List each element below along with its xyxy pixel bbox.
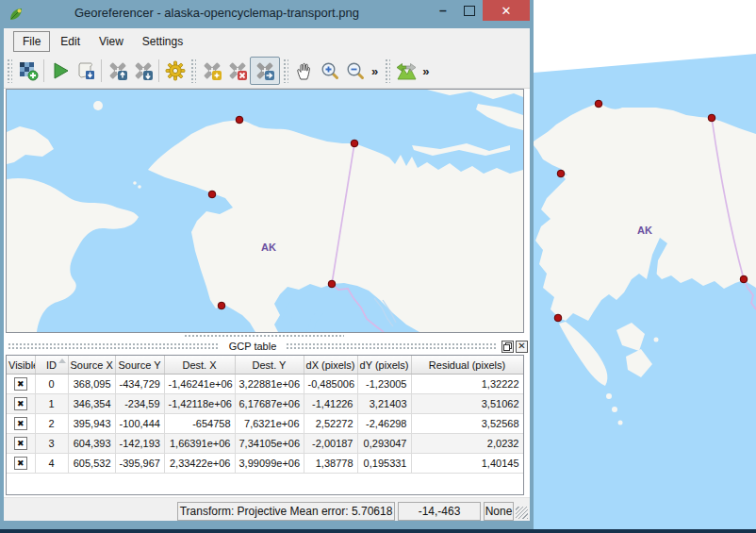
gcp-value-cell[interactable]: 368,095 <box>68 375 115 394</box>
menu-edit[interactable]: Edit <box>52 32 89 51</box>
minimize-button[interactable]: – <box>429 0 457 21</box>
zoom-out-button[interactable] <box>342 58 368 84</box>
toolbar-overflow-chevron-2[interactable]: » <box>419 64 433 78</box>
gcp-point-marker[interactable] <box>351 140 358 147</box>
menu-view[interactable]: View <box>90 32 132 51</box>
gcp-dock-titlebar[interactable]: GCP table ✕ <box>4 339 530 354</box>
georeferencer-map-canvas[interactable]: AK <box>7 90 523 332</box>
gcp-id-cell[interactable]: 0 <box>35 375 68 394</box>
gcp-id-cell[interactable]: 1 <box>35 394 68 414</box>
dock-close-button[interactable]: ✕ <box>516 341 528 353</box>
visible-checkbox[interactable]: ✖ <box>14 437 27 450</box>
gcp-value-cell[interactable]: -142,193 <box>115 434 164 454</box>
gcp-value-cell[interactable]: -1,23005 <box>357 375 411 394</box>
move-gcp-point-button[interactable] <box>250 57 280 85</box>
col-header-dx[interactable]: dX (pixels) <box>304 356 357 375</box>
gcp-point-marker[interactable] <box>557 170 565 177</box>
gcp-value-cell[interactable]: -1,42118e+06 <box>164 394 235 414</box>
qgis-map-canvas[interactable]: AK <box>534 0 756 533</box>
gcp-value-cell[interactable]: -234,59 <box>115 394 164 414</box>
col-header-id[interactable]: ID <box>35 356 68 375</box>
gcp-value-cell[interactable]: -395,967 <box>115 454 164 474</box>
gcp-value-cell[interactable]: 7,34105e+06 <box>235 434 304 454</box>
visible-cell[interactable]: ✖ <box>7 434 35 454</box>
col-header-visible[interactable]: Visible <box>7 356 35 375</box>
gcp-value-cell[interactable]: 2,33422e+06 <box>164 454 235 474</box>
gcp-value-cell[interactable]: 0,293047 <box>357 434 411 454</box>
gcp-value-cell[interactable]: 0,195331 <box>357 454 411 474</box>
save-gcp-points-button[interactable] <box>130 58 156 84</box>
gcp-value-cell[interactable]: 1,32222 <box>411 375 523 394</box>
toolbar-overflow-chevron[interactable]: » <box>368 64 382 78</box>
menu-file[interactable]: File <box>13 31 50 52</box>
gcp-point-marker[interactable] <box>218 302 225 309</box>
gcp-value-cell[interactable]: 395,943 <box>68 414 115 434</box>
gcp-value-cell[interactable]: 2,0232 <box>411 434 523 454</box>
gcp-point-marker[interactable] <box>328 280 336 288</box>
gcp-point-marker[interactable] <box>708 114 715 122</box>
link-georeferencer-button[interactable] <box>393 58 419 84</box>
col-header-source-x[interactable]: Source X <box>68 356 115 375</box>
zoom-in-button[interactable] <box>317 58 342 84</box>
add-point-button[interactable] <box>199 58 224 84</box>
gcp-value-cell[interactable]: 1,66391e+06 <box>164 434 235 454</box>
visible-cell[interactable]: ✖ <box>7 375 35 394</box>
visible-cell[interactable]: ✖ <box>7 454 35 474</box>
gcp-value-cell[interactable]: 3,52568 <box>411 414 523 434</box>
start-georeferencing-button[interactable] <box>47 58 73 84</box>
gcp-value-cell[interactable]: -0,485006 <box>304 375 357 394</box>
gcp-id-cell[interactable]: 2 <box>35 414 68 434</box>
gcp-id-cell[interactable]: 4 <box>35 454 68 474</box>
gcp-value-cell[interactable]: 605,532 <box>68 454 115 474</box>
toolbar-drag-handle[interactable] <box>7 58 12 83</box>
resize-grip[interactable] <box>516 507 528 519</box>
gcp-value-cell[interactable]: -1,41226 <box>304 394 357 414</box>
gcp-value-cell[interactable]: 3,51062 <box>411 394 523 414</box>
gcp-value-cell[interactable]: -2,00187 <box>304 434 357 454</box>
col-header-dy[interactable]: dY (pixels) <box>357 356 411 375</box>
visible-checkbox[interactable]: ✖ <box>14 377 27 391</box>
gcp-value-cell[interactable]: 7,6321e+06 <box>235 414 304 434</box>
gcp-value-cell[interactable]: -2,46298 <box>357 414 411 434</box>
maximize-button[interactable] <box>457 0 482 21</box>
toolbar-drag-handle[interactable] <box>283 58 288 83</box>
gcp-value-cell[interactable]: 346,354 <box>68 394 115 414</box>
load-gcp-points-button[interactable] <box>105 58 130 84</box>
pan-button[interactable] <box>291 58 317 84</box>
gcp-id-cell[interactable]: 3 <box>35 434 68 454</box>
gcp-point-marker[interactable] <box>208 191 216 198</box>
gcp-value-cell[interactable]: 2,52272 <box>304 414 357 434</box>
gcp-value-cell[interactable]: 6,17687e+06 <box>235 394 304 414</box>
transformation-settings-button[interactable] <box>162 58 188 84</box>
delete-point-button[interactable] <box>224 58 250 84</box>
col-header-dest-x[interactable]: Dest. X <box>164 356 235 375</box>
visible-checkbox[interactable]: ✖ <box>14 397 27 410</box>
gcp-value-cell[interactable]: 3,21403 <box>357 394 411 414</box>
gcp-value-cell[interactable]: -100,444 <box>115 414 164 434</box>
open-raster-button[interactable] <box>15 58 41 84</box>
gcp-value-cell[interactable]: 1,40145 <box>411 454 523 474</box>
gcp-value-cell[interactable]: 3,99099e+06 <box>235 454 304 474</box>
menu-settings[interactable]: Settings <box>134 32 191 51</box>
gcp-value-cell[interactable]: 604,393 <box>68 434 115 454</box>
visible-checkbox[interactable]: ✖ <box>14 417 27 430</box>
gdal-script-button[interactable] <box>73 58 98 84</box>
gcp-value-cell[interactable]: -1,46241e+06 <box>164 375 235 394</box>
gcp-value-cell[interactable]: -654758 <box>164 414 235 434</box>
col-header-source-y[interactable]: Source Y <box>115 356 164 375</box>
gcp-point-marker[interactable] <box>740 275 748 283</box>
gcp-value-cell[interactable]: 3,22881e+06 <box>235 375 304 394</box>
col-header-residual[interactable]: Residual (pixels) <box>411 356 523 375</box>
dock-float-button[interactable] <box>501 341 514 353</box>
gcp-point-marker[interactable] <box>595 100 602 108</box>
toolbar-drag-handle[interactable] <box>190 58 196 83</box>
visible-cell[interactable]: ✖ <box>7 394 35 414</box>
gcp-value-cell[interactable]: 1,38778 <box>304 454 357 474</box>
col-header-dest-y[interactable]: Dest. Y <box>235 356 304 375</box>
qgis-main-map-panel[interactable]: AK <box>534 0 756 533</box>
visible-cell[interactable]: ✖ <box>7 414 35 434</box>
close-button[interactable]: ✕ <box>483 0 530 21</box>
gcp-point-marker[interactable] <box>236 116 243 124</box>
toolbar-drag-handle[interactable] <box>385 58 390 83</box>
gcp-value-cell[interactable]: -434,729 <box>115 375 164 394</box>
